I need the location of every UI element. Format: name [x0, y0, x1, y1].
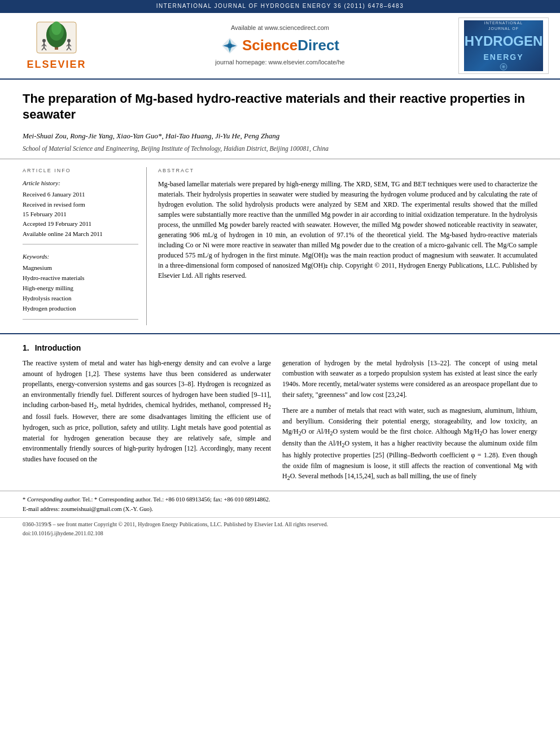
- abstract-col: ABSTRACT Mg-based lamellar materials wer…: [158, 167, 537, 325]
- svg-point-11: [67, 39, 71, 42]
- keyword-magnesium: Magnesium: [23, 264, 138, 273]
- elsevier-tree-icon: [34, 19, 79, 56]
- cover-decoration-icon: [489, 63, 518, 71]
- authors: Mei-Shuai Zou, Rong-Jie Yang, Xiao-Yan G…: [23, 131, 537, 142]
- elsevier-logo: ELSEVIER: [27, 19, 86, 72]
- footnote-corresponding: * Corresponding author. Tel.: * Correspo…: [23, 496, 537, 504]
- journal-cover-image: INTERNATIONAL JOURNAL OF HYDROGEN ENERGY: [464, 20, 543, 71]
- journal-homepage-text: journal homepage: www.elsevier.com/locat…: [215, 58, 344, 67]
- cover-hydrogen: HYDROGEN: [465, 32, 543, 51]
- revised-date: 15 February 2011: [23, 210, 138, 219]
- journal-banner-text: INTERNATIONAL JOURNAL OF HYDROGEN ENERGY…: [156, 3, 404, 9]
- sd-diamond-icon: [221, 37, 239, 55]
- elsevier-wordmark: ELSEVIER: [27, 57, 86, 72]
- article-info-col: ARTICLE INFO Article history: Received 6…: [23, 167, 147, 325]
- intro-right-text-2: There are a number of metals that react …: [282, 405, 537, 483]
- cover-energy: ENERGY: [483, 51, 523, 63]
- keyword-hydrogen-production: Hydrogen production: [23, 304, 138, 313]
- elsevier-logo-area: ELSEVIER: [11, 19, 102, 72]
- svg-point-20: [228, 43, 232, 48]
- intro-right-text: generation of hydrogen by the metal hydr…: [282, 358, 537, 400]
- keyword-high-energy: High-energy milling: [23, 284, 138, 293]
- body-left-col: 1. Introduction The reactive system of m…: [23, 342, 271, 483]
- keywords-divider: [23, 319, 138, 320]
- accepted-date: Accepted 19 February 2011: [23, 220, 138, 228]
- intro-heading: 1. Introduction: [23, 342, 271, 353]
- journal-banner: INTERNATIONAL JOURNAL OF HYDROGEN ENERGY…: [0, 0, 560, 13]
- intro-number: 1.: [23, 342, 29, 353]
- keywords-label: Keywords:: [23, 252, 138, 261]
- footnote-email-text: E-mail address: zoumeishuai@gmail.com (X…: [23, 506, 153, 512]
- doi-text: doi:10.1016/j.ijhydene.2011.02.108: [23, 529, 537, 538]
- intro-left-text: The reactive system of metal and water h…: [23, 358, 271, 464]
- intro-heading-text: Introduction: [35, 342, 81, 353]
- footnote-email: E-mail address: zoumeishuai@gmail.com (X…: [23, 505, 537, 514]
- abstract-label: ABSTRACT: [158, 167, 537, 174]
- cover-journal-of: JOURNAL OF: [488, 26, 519, 32]
- keyword-hydrolysis: Hydrolysis reaction: [23, 294, 138, 303]
- body-section: 1. Introduction The reactive system of m…: [0, 334, 560, 491]
- issn-text: 0360-3199/$ – see front matter Copyright…: [23, 520, 537, 529]
- article-title: The preparation of Mg-based hydro-reacti…: [23, 91, 537, 123]
- article-info-abstract-section: ARTICLE INFO Article history: Received 6…: [0, 159, 560, 334]
- journal-cover-area: INTERNATIONAL JOURNAL OF HYDROGEN ENERGY: [458, 18, 549, 74]
- affiliation: School of Material Science and Engineeri…: [23, 144, 537, 154]
- available-online-date: Available online 24 March 2011: [23, 230, 138, 238]
- bottom-bar: 0360-3199/$ – see front matter Copyright…: [0, 517, 560, 540]
- sciencedirect-wordmark: ScienceDirect: [242, 35, 339, 56]
- article-info-label: ARTICLE INFO: [23, 167, 138, 174]
- received-date: Received 6 January 2011: [23, 190, 138, 199]
- keywords-section: Keywords: Magnesium Hydro-reactive mater…: [23, 252, 138, 313]
- abstract-text: Mg-based lamellar materials were prepare…: [158, 179, 537, 281]
- footnote-corresponding-text: * Corresponding author. Tel.: * Correspo…: [23, 496, 270, 503]
- cover-international: INTERNATIONAL: [484, 20, 523, 26]
- header-area: ELSEVIER Available at www.sciencedirect.…: [0, 13, 560, 80]
- available-text: Available at www.sciencedirect.com: [231, 24, 329, 33]
- body-right-col: generation of hydrogen by the metal hydr…: [282, 342, 537, 483]
- svg-point-5: [42, 39, 46, 42]
- svg-point-23: [502, 65, 505, 68]
- sciencedirect-logo: ScienceDirect: [221, 35, 339, 56]
- keyword-hydro-reactive: Hydro-reactive materials: [23, 274, 138, 283]
- footnote-area: * Corresponding author. Tel.: * Correspo…: [0, 491, 560, 517]
- svg-point-4: [51, 21, 62, 35]
- received-revised-label: Received in revised form: [23, 200, 138, 209]
- sciencedirect-area: Available at www.sciencedirect.com Scien…: [102, 24, 458, 68]
- title-section: The preparation of Mg-based hydro-reacti…: [0, 80, 560, 160]
- info-divider: [23, 244, 138, 244]
- history-label: Article history:: [23, 179, 138, 188]
